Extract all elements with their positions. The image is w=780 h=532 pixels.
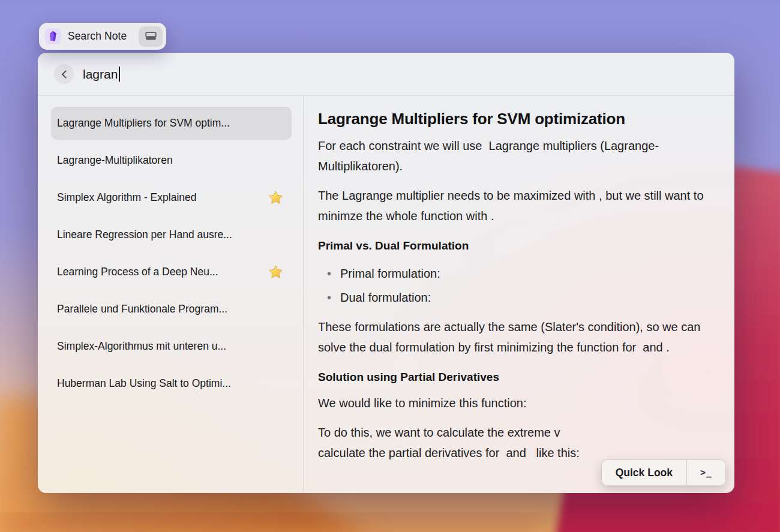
launcher-pill[interactable]: Search Note — [39, 23, 166, 50]
result-row[interactable]: Simplex Algorithm - Explained — [51, 181, 292, 214]
note-preview-panel: Lagrange Multipliers for SVM optimizatio… — [304, 96, 734, 492]
result-row[interactable]: Parallele und Funktionale Program... — [51, 293, 292, 326]
launcher-app-name: Search Note — [68, 30, 132, 43]
result-title: Simplex Algorithm - Explained — [57, 191, 263, 204]
quick-look-label: Quick Look — [602, 460, 686, 485]
note-content: For each constraint we will use Lagrange… — [318, 136, 719, 463]
paragraph: The Lagrange multiplier needs to be maxi… — [318, 185, 719, 226]
paragraph: These formulations are actually the same… — [318, 317, 719, 357]
paragraph: To do this, we want to calculate the ext… — [318, 422, 719, 463]
chevron-left-icon — [61, 70, 68, 79]
external-drive-icon — [145, 31, 157, 41]
result-row[interactable]: Huberman Lab Using Salt to Optimi... — [51, 367, 292, 400]
paragraph: We would like to minimize this function: — [318, 393, 719, 413]
result-title: Lineare Regression per Hand ausre... — [57, 229, 283, 241]
note-title: Lagrange Multipliers for SVM optimizatio… — [318, 109, 719, 128]
search-query-text: lagran — [83, 67, 118, 82]
search-bar: lagran — [38, 53, 734, 96]
section-heading: Primal vs. Dual Formulation — [318, 238, 719, 254]
obsidian-gem-icon — [45, 28, 61, 44]
results-list: Lagrange Multipliers for SVM optim...Lag… — [38, 96, 304, 492]
result-row[interactable]: Lineare Regression per Hand ausre... — [51, 218, 292, 251]
star-icon — [268, 190, 283, 205]
result-row[interactable]: Lagrange Multipliers for SVM optim... — [51, 107, 292, 140]
window-body: Lagrange Multipliers for SVM optim...Lag… — [38, 96, 734, 492]
bullet-item: Primal formulation: — [318, 262, 719, 285]
text-caret — [119, 67, 120, 82]
search-input[interactable]: lagran — [83, 67, 120, 82]
result-title: Parallele und Funktionale Program... — [57, 303, 283, 315]
star-icon — [268, 265, 283, 279]
result-row[interactable]: Simplex-Algorithmus mit unteren u... — [51, 330, 292, 363]
result-title: Lagrange Multipliers for SVM optim... — [57, 117, 283, 130]
result-row[interactable]: Learning Process of a Deep Neu... — [51, 256, 292, 288]
search-note-window: lagran Lagrange Multipliers for SVM opti… — [38, 53, 734, 493]
bullet-item: Dual formulation: — [318, 285, 719, 309]
paragraph: For each constraint we will use Lagrange… — [318, 136, 719, 176]
result-title: Simplex-Algorithmus mit unteren u... — [57, 340, 283, 353]
result-title: Lagrange-Multiplikatoren — [57, 154, 283, 167]
back-button[interactable] — [54, 64, 74, 84]
terminal-prompt-icon: >_ — [687, 460, 725, 485]
result-title: Learning Process of a Deep Neu... — [57, 266, 263, 278]
result-title: Huberman Lab Using Salt to Optimi... — [57, 377, 283, 390]
quick-look-button[interactable]: Quick Look >_ — [601, 459, 726, 486]
section-heading: Solution using Partial Derivatives — [318, 369, 719, 385]
result-row[interactable]: Lagrange-Multiplikatoren — [51, 144, 292, 177]
vault-switcher-button[interactable] — [139, 26, 163, 47]
bullet-list: Primal formulation:Dual formulation: — [318, 262, 719, 309]
